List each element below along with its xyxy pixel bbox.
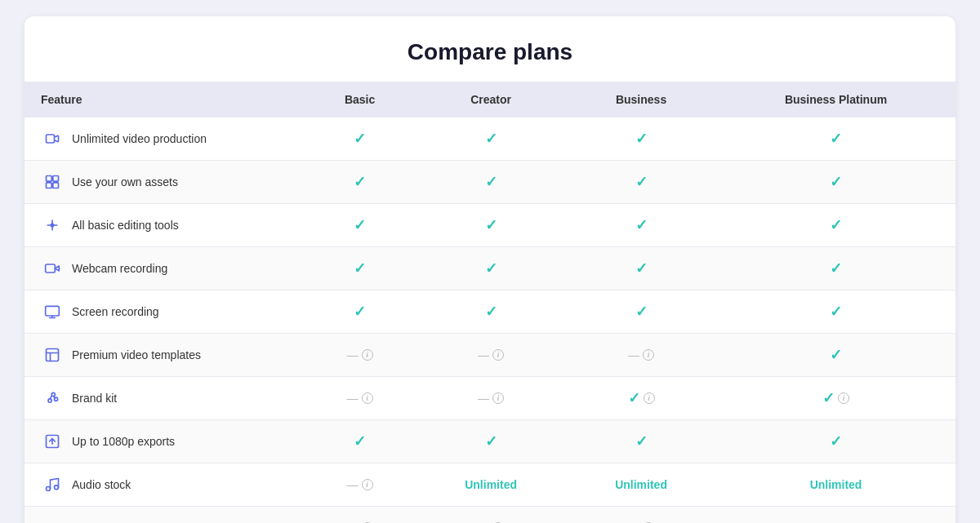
feature-cell: Video stock xyxy=(24,507,304,523)
platinum-cell: ✓ xyxy=(716,247,956,290)
business-cell: ✓ i xyxy=(566,377,716,420)
table-header: Feature Basic Creator Business Business … xyxy=(24,82,956,117)
check-icon: ✓ xyxy=(354,217,366,233)
dash-info: — i xyxy=(347,478,373,491)
basic-cell: ✓ xyxy=(304,117,416,161)
video-icon xyxy=(41,127,64,150)
check-icon: ✓ xyxy=(635,304,648,320)
feature-cell: Audio stock xyxy=(24,463,304,506)
platinum-cell: ✓ xyxy=(716,204,956,247)
platinum-cell: ✓ xyxy=(716,161,956,204)
col-business: Business xyxy=(566,82,716,117)
check-icon: ✓ xyxy=(830,131,842,147)
business-cell: ✓ xyxy=(566,420,716,463)
table-row: Webcam recording✓✓✓✓ xyxy=(24,247,956,290)
dash-info: — i xyxy=(478,392,504,405)
business-cell: ✓ xyxy=(566,161,716,204)
table-row: Audio stock— iUnlimitedUnlimitedUnlimite… xyxy=(24,463,956,507)
table-row: Brand kit— i— i✓ i✓ i xyxy=(24,377,956,420)
creator-cell: ✓ xyxy=(416,161,566,204)
platinum-cell: ✓ i xyxy=(716,377,956,420)
feature-cell: Up to 1080p exports xyxy=(24,420,304,463)
info-icon[interactable]: i xyxy=(362,349,373,361)
platinum-cell: ✓ xyxy=(716,420,956,463)
info-icon[interactable]: i xyxy=(644,392,655,404)
feature-name: Use your own assets xyxy=(72,175,178,188)
basic-cell: ✓ xyxy=(304,420,416,463)
platinum-cell: ✓ xyxy=(716,290,956,334)
creator-cell: ✓ xyxy=(416,247,566,290)
check-icon: ✓ xyxy=(635,433,648,450)
info-icon[interactable]: i xyxy=(362,392,373,404)
business-cell: Unlimited xyxy=(566,463,716,507)
feature-cell: Brand kit xyxy=(24,377,304,419)
svg-rect-3 xyxy=(53,183,59,188)
basic-cell: — i xyxy=(304,334,416,377)
video-stock-icon xyxy=(41,516,64,523)
feature-cell: Unlimited video production xyxy=(24,117,304,160)
platinum-cell: Unlimited xyxy=(716,463,956,507)
platinum-cell: Unlimited xyxy=(716,507,956,524)
business-cell: ✓ xyxy=(566,247,716,290)
table-row: All basic editing tools✓✓✓✓ xyxy=(24,204,956,247)
basic-cell: ✓ xyxy=(304,247,416,290)
feature-cell: Use your own assets xyxy=(24,161,304,203)
creator-cell: — i xyxy=(416,334,566,377)
brand-icon xyxy=(41,387,64,410)
business-cell: ✓ xyxy=(566,204,716,247)
business-cell: — i xyxy=(566,334,716,377)
col-basic: Basic xyxy=(304,82,416,117)
basic-cell: — i xyxy=(304,463,416,507)
check-icon: ✓ xyxy=(635,217,648,233)
check-icon: ✓ xyxy=(830,433,842,450)
check-info: ✓ i xyxy=(822,389,849,407)
platinum-cell: ✓ xyxy=(716,334,956,377)
check-icon: ✓ xyxy=(635,174,648,190)
export-icon xyxy=(41,430,64,453)
business-cell: ✓ xyxy=(566,290,716,334)
feature-name: Webcam recording xyxy=(72,262,167,275)
unlimited-label: Unlimited xyxy=(615,478,667,491)
feature-name: Brand kit xyxy=(72,392,117,405)
table-row: Screen recording✓✓✓✓ xyxy=(24,290,956,334)
check-icon: ✓ xyxy=(354,433,366,450)
comparison-table: Feature Basic Creator Business Business … xyxy=(24,82,956,523)
feature-name: Up to 1080p exports xyxy=(72,435,175,448)
feature-cell: Screen recording xyxy=(24,290,304,333)
svg-rect-11 xyxy=(47,349,59,361)
check-icon: ✓ xyxy=(830,260,842,277)
basic-cell: — i xyxy=(304,507,416,524)
svg-point-20 xyxy=(55,485,59,490)
feature-cell: All basic editing tools xyxy=(24,204,304,246)
check-icon: ✓ xyxy=(822,389,835,407)
editing-icon xyxy=(41,214,64,237)
info-icon[interactable]: i xyxy=(492,392,504,404)
check-icon: ✓ xyxy=(354,174,366,190)
info-icon[interactable]: i xyxy=(492,349,504,361)
audio-icon xyxy=(41,473,64,496)
creator-cell: ✓ xyxy=(416,204,566,247)
col-platinum: Business Platinum xyxy=(716,82,956,117)
creator-cell: ✓ xyxy=(416,290,566,334)
info-icon[interactable]: i xyxy=(838,392,849,404)
creator-cell: — i xyxy=(416,507,566,524)
svg-rect-8 xyxy=(46,306,60,316)
table-row: Premium video templates— i— i— i✓ xyxy=(24,334,956,377)
screen-icon xyxy=(41,300,64,323)
info-icon[interactable]: i xyxy=(362,479,373,490)
dash-info: — i xyxy=(628,348,654,361)
dash-info: — i xyxy=(478,348,504,361)
svg-rect-0 xyxy=(47,176,52,182)
creator-cell: Unlimited xyxy=(416,463,566,507)
basic-cell: ✓ xyxy=(304,161,416,204)
dash-info: — i xyxy=(347,392,373,405)
info-icon[interactable]: i xyxy=(643,349,654,361)
feature-name: Audio stock xyxy=(72,478,131,491)
feature-cell: Premium video templates xyxy=(24,334,304,376)
creator-cell: ✓ xyxy=(416,420,566,463)
svg-rect-2 xyxy=(47,183,52,188)
check-icon: ✓ xyxy=(830,347,842,363)
basic-cell: ✓ xyxy=(304,204,416,247)
check-icon: ✓ xyxy=(485,131,497,147)
table-body: Unlimited video production✓✓✓✓Use your o… xyxy=(24,117,956,523)
